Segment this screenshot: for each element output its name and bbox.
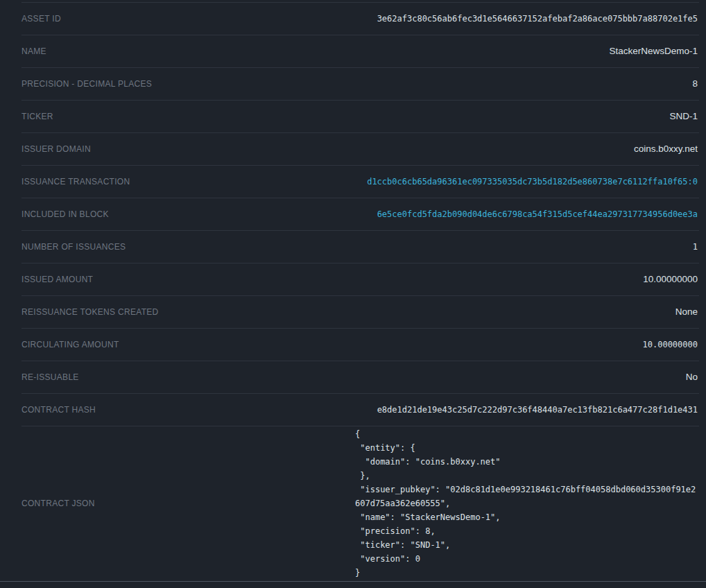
issuance-transaction-label: ISSUANCE TRANSACTION <box>21 177 130 187</box>
row-asset-id: ASSET ID 3e62af3c80c56ab6fec3d1e56466371… <box>0 2 706 35</box>
reissuance-tokens-value: None <box>675 306 698 317</box>
number-of-issuances-label: NUMBER OF ISSUANCES <box>21 242 126 252</box>
row-contract-hash: CONTRACT HASH e8de1d21de19e43c25d7c222d9… <box>0 393 706 426</box>
row-ticker: TICKER SND-1 <box>0 100 706 132</box>
circulating-amount-value: 10.00000000 <box>643 340 698 349</box>
contract-json-label: CONTRACT JSON <box>21 499 95 508</box>
name-label: NAME <box>21 46 46 56</box>
issuer-domain-value: coins.b0xxy.net <box>634 144 698 154</box>
row-precision: PRECISION - DECIMAL PLACES 8 <box>0 67 706 100</box>
row-re-issuable: RE-ISSUABLE No <box>0 361 706 393</box>
issued-amount-value: 10.00000000 <box>643 274 698 284</box>
re-issuable-label: RE-ISSUABLE <box>21 372 79 382</box>
ticker-value: SND-1 <box>669 111 698 121</box>
asset-details-table: ASSET ID 3e62af3c80c56ab6fec3d1e56466371… <box>0 2 706 582</box>
row-included-in-block: INCLUDED IN BLOCK 6e5ce0fcd5fda2b090d04d… <box>0 198 706 230</box>
ticker-label: TICKER <box>21 112 53 121</box>
contract-json-value: { "entity": { "domain": "coins.b0xxy.net… <box>355 426 698 581</box>
included-in-block-label: INCLUDED IN BLOCK <box>21 209 109 219</box>
included-in-block-link[interactable]: 6e5ce0fcd5fda2b090d04de6c6798ca54f315d5c… <box>377 209 698 219</box>
circulating-amount-label: CIRCULATING AMOUNT <box>21 340 119 349</box>
row-number-of-issuances: NUMBER OF ISSUANCES 1 <box>0 230 706 263</box>
asset-id-value: 3e62af3c80c56ab6fec3d1e5646637152afebaf2… <box>377 14 698 24</box>
contract-hash-value: e8de1d21de19e43c25d7c222d97c36f48440a7ec… <box>377 405 698 415</box>
re-issuable-value: No <box>686 372 698 382</box>
row-issuance-transaction: ISSUANCE TRANSACTION d1ccb0c6cb65da96361… <box>0 165 706 198</box>
row-circulating-amount: CIRCULATING AMOUNT 10.00000000 <box>0 328 706 361</box>
issuance-transaction-link[interactable]: d1ccb0c6cb65da96361ec097335035dc73b5d182… <box>367 177 698 187</box>
row-issued-amount: ISSUED AMOUNT 10.00000000 <box>0 263 706 295</box>
row-name: NAME StackerNewsDemo-1 <box>0 35 706 67</box>
number-of-issuances-value: 1 <box>693 242 698 252</box>
issuer-domain-label: ISSUER DOMAIN <box>21 144 91 154</box>
contract-hash-label: CONTRACT HASH <box>21 405 96 415</box>
precision-value: 8 <box>692 78 698 89</box>
row-contract-json: CONTRACT JSON { "entity": { "domain": "c… <box>0 426 706 581</box>
precision-label: PRECISION - DECIMAL PLACES <box>21 79 152 89</box>
row-reissuance-tokens: REISSUANCE TOKENS CREATED None <box>0 295 706 328</box>
reissuance-tokens-label: REISSUANCE TOKENS CREATED <box>21 307 159 317</box>
asset-id-label: ASSET ID <box>21 14 61 24</box>
row-issuer-domain: ISSUER DOMAIN coins.b0xxy.net <box>0 132 706 165</box>
issued-amount-label: ISSUED AMOUNT <box>21 275 93 284</box>
name-value: StackerNewsDemo-1 <box>609 46 698 56</box>
